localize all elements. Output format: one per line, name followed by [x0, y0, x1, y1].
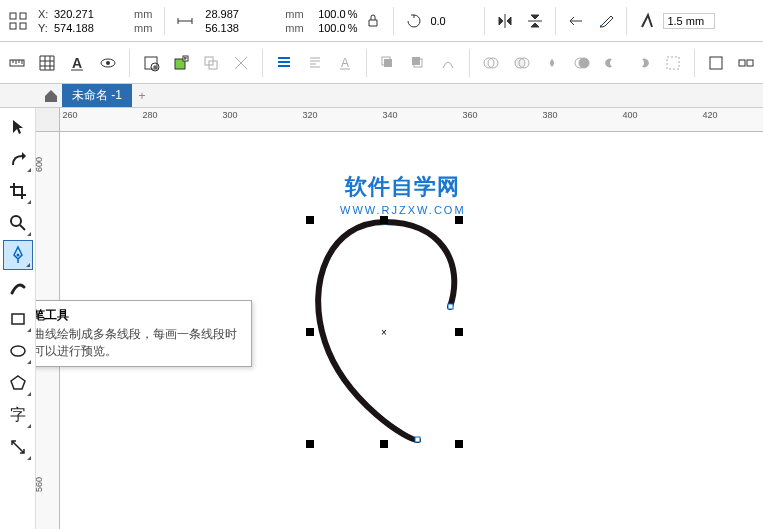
position-fields: X: mm Y: mm: [38, 7, 158, 35]
outline-width-input[interactable]: [663, 13, 715, 29]
align-list-button[interactable]: [271, 49, 297, 77]
size-icon: [171, 7, 199, 35]
crop-tool[interactable]: [3, 176, 33, 206]
text-a-button[interactable]: A: [64, 49, 90, 77]
rotation-input[interactable]: [430, 15, 478, 27]
break-apart-button[interactable]: [228, 49, 254, 77]
svg-rect-39: [448, 304, 453, 309]
pick-tool[interactable]: [3, 112, 33, 142]
canvas-area: 260 280 300 320 340 360 380 400 420 600 …: [36, 108, 763, 529]
y-input[interactable]: [54, 22, 132, 34]
boundary-button[interactable]: [660, 49, 686, 77]
scale-y-input[interactable]: [312, 22, 346, 34]
x-unit: mm: [134, 7, 152, 21]
selection-handle-s[interactable]: [380, 440, 388, 448]
polygon-tool[interactable]: [3, 368, 33, 398]
container-options-button[interactable]: [733, 49, 759, 77]
selection-center[interactable]: ×: [381, 327, 387, 338]
document-tab[interactable]: 未命名 -1: [62, 84, 132, 107]
y-unit: mm: [134, 21, 152, 35]
order-to-back-button[interactable]: [405, 49, 431, 77]
svg-point-27: [579, 58, 589, 68]
ruler-options-button[interactable]: [4, 49, 30, 77]
scale-fields: % %: [312, 7, 358, 35]
selection-handle-nw[interactable]: [306, 216, 314, 224]
ellipse-tool[interactable]: [3, 336, 33, 366]
pen-tool-tooltip: 钢笔工具 将曲线绘制成多条线段，每画一条线段时都可以进行预览。: [36, 300, 252, 367]
svg-point-9: [106, 61, 110, 65]
svg-rect-35: [12, 314, 24, 324]
selection-handle-sw[interactable]: [306, 440, 314, 448]
paragraph-button[interactable]: [302, 49, 328, 77]
selection-handle-se[interactable]: [455, 440, 463, 448]
outline-width-icon: [633, 7, 661, 35]
outline-pen-button[interactable]: [592, 7, 620, 35]
selection-handle-w[interactable]: [306, 328, 314, 336]
selection-handle-ne[interactable]: [455, 216, 463, 224]
toolbox: 字: [0, 108, 36, 529]
svg-rect-28: [667, 57, 679, 69]
svg-point-4: [600, 25, 602, 27]
ruler-corner[interactable]: [36, 108, 60, 132]
svg-rect-1: [20, 13, 26, 19]
watermark: 软件自学网 WWW.RJZXW.COM: [340, 172, 466, 216]
watermark-title: 软件自学网: [340, 172, 466, 202]
drawn-curve[interactable]: [310, 212, 470, 452]
text-underline-button[interactable]: A: [332, 49, 358, 77]
container-button[interactable]: [703, 49, 729, 77]
horizontal-ruler[interactable]: 260 280 300 320 340 360 380 400 420: [60, 108, 763, 132]
svg-line-33: [20, 225, 25, 230]
lock-ratio-button[interactable]: [359, 7, 387, 35]
svg-rect-30: [739, 60, 745, 66]
x-input[interactable]: [54, 8, 132, 20]
height-input[interactable]: [205, 22, 283, 34]
svg-point-36: [11, 346, 25, 356]
front-minus-back-button[interactable]: [599, 49, 625, 77]
trim-button[interactable]: [509, 49, 535, 77]
symbol-manager-button[interactable]: [138, 49, 164, 77]
svg-text:A: A: [341, 56, 349, 70]
selection-handle-n[interactable]: [380, 216, 388, 224]
svg-rect-18: [384, 59, 392, 67]
zoom-tool[interactable]: [3, 208, 33, 238]
grid-button[interactable]: [34, 49, 60, 77]
size-fields: mm mm: [205, 7, 309, 35]
view-options-button[interactable]: [95, 49, 121, 77]
document-tab-label: 未命名 -1: [72, 87, 122, 104]
document-tabs: 未命名 -1 +: [0, 84, 763, 108]
text-tool[interactable]: 字: [3, 400, 33, 430]
svg-rect-29: [710, 57, 722, 69]
intersect-button[interactable]: [539, 49, 565, 77]
width-input[interactable]: [205, 8, 283, 20]
selection-handle-e[interactable]: [455, 328, 463, 336]
mirror-v-button[interactable]: [521, 7, 549, 35]
workspace: 字 260 280 300 320 340 360 380 400 420 60…: [0, 108, 763, 529]
pen-tool[interactable]: [3, 240, 33, 270]
back-minus-front-button[interactable]: [629, 49, 655, 77]
scale-x-input[interactable]: [312, 8, 346, 20]
y-label: Y:: [38, 21, 52, 35]
add-layer-button[interactable]: [168, 49, 194, 77]
start-arrow-button[interactable]: [562, 7, 590, 35]
svg-rect-31: [747, 60, 753, 66]
simplify-button[interactable]: [569, 49, 595, 77]
h-unit: mm: [285, 21, 303, 35]
shape-tool[interactable]: [3, 144, 33, 174]
parallel-dimension-tool[interactable]: [3, 432, 33, 462]
svg-rect-2: [10, 23, 16, 29]
artistic-media-tool[interactable]: [3, 272, 33, 302]
property-bar: X: mm Y: mm mm mm % %: [0, 0, 763, 42]
weld-button[interactable]: [478, 49, 504, 77]
svg-text:字: 字: [10, 406, 26, 423]
add-tab-button[interactable]: +: [132, 86, 152, 106]
combine-button[interactable]: [198, 49, 224, 77]
rectangle-tool[interactable]: [3, 304, 33, 334]
w-unit: mm: [285, 7, 303, 21]
mirror-h-button[interactable]: [491, 7, 519, 35]
welcome-tab-button[interactable]: [40, 85, 62, 107]
toolbar-second: A A: [0, 42, 763, 84]
svg-rect-0: [10, 13, 16, 19]
convert-curve-button[interactable]: [435, 49, 461, 77]
order-to-front-button[interactable]: [375, 49, 401, 77]
rotation-icon: [400, 7, 428, 35]
